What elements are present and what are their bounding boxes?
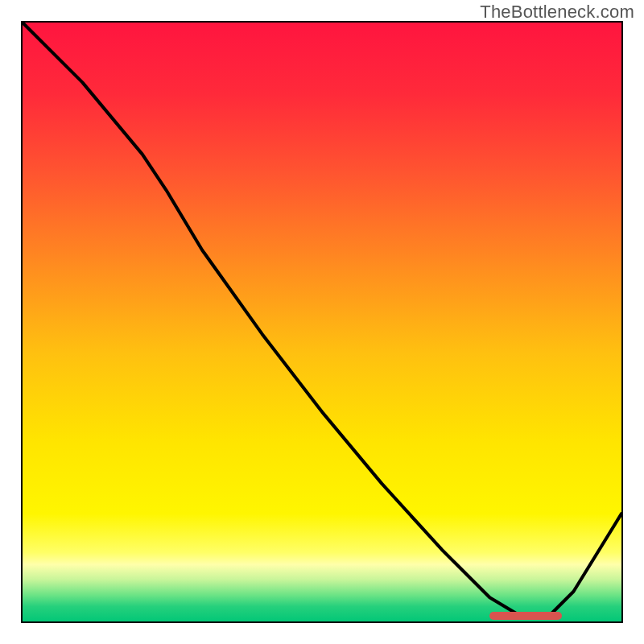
bottleneck-curve — [23, 23, 621, 621]
attribution-text: TheBottleneck.com — [480, 2, 634, 23]
plot-area — [21, 21, 623, 623]
optimal-range-marker — [489, 612, 561, 620]
chart-frame: TheBottleneck.com — [0, 0, 644, 644]
